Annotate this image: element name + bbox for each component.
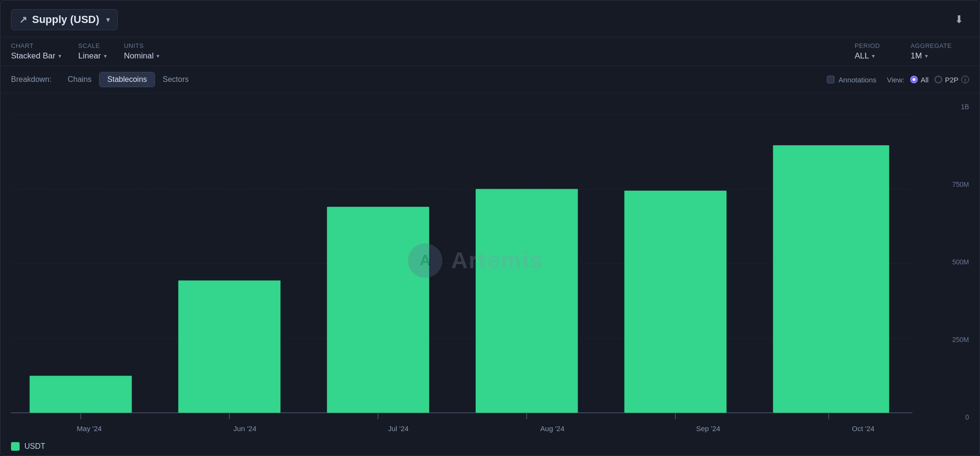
breakdown-label: Breakdown: — [11, 75, 52, 84]
x-label-oct: Oct '24 — [852, 424, 874, 433]
view-p2p-group: P2P i — [935, 76, 969, 84]
y-label-750m: 750M — [952, 181, 969, 188]
scale-control: SCALE Linear ▾ — [78, 42, 107, 61]
breakdown-row: Breakdown: Chains Stablecoins Sectors An… — [0, 66, 980, 93]
annotations-checkbox[interactable] — [827, 76, 835, 83]
units-value: Nominal — [124, 51, 154, 61]
view-p2p-radio[interactable] — [935, 76, 942, 83]
chart-title: Supply (USD) — [32, 13, 100, 26]
p2p-info-icon[interactable]: i — [961, 76, 969, 83]
chart-svg-wrapper: A Artemis — [11, 98, 940, 422]
download-button[interactable]: ⬇ — [952, 11, 966, 29]
aggregate-label: AGGREGATE — [911, 42, 952, 49]
legend-row: USDT — [0, 435, 980, 456]
x-label-aug: Aug '24 — [540, 424, 564, 433]
breakdown-sectors-button[interactable]: Sectors — [155, 72, 196, 87]
controls-row: CHART Stacked Bar ▾ SCALE Linear ▾ UNITS… — [0, 37, 980, 66]
scale-chevron-icon: ▾ — [104, 53, 107, 59]
bar-jul — [327, 207, 429, 413]
view-area: View: All P2P i — [887, 76, 969, 84]
x-axis: May '24 Jun '24 Jul '24 Aug '24 Sep '24 … — [11, 422, 940, 435]
aggregate-value: 1M — [911, 51, 922, 61]
chart-control: CHART Stacked Bar ▾ — [11, 42, 61, 61]
chart-value: Stacked Bar — [11, 51, 56, 61]
aggregate-select[interactable]: 1M ▾ — [911, 51, 928, 61]
x-label-may: May '24 — [77, 424, 102, 433]
view-all-group: All — [910, 76, 929, 84]
bar-oct — [773, 145, 889, 413]
chart-select[interactable]: Stacked Bar ▾ — [11, 51, 61, 61]
y-label-1b: 1B — [961, 103, 969, 111]
chart-chevron-icon: ▾ — [58, 53, 61, 59]
aggregate-control: AGGREGATE 1M ▾ — [911, 42, 952, 61]
bar-may — [30, 376, 132, 413]
breakdown-right: Annotations View: All P2P i — [827, 76, 969, 84]
chart-main: A Artemis May '24 Jun '24 Jul '24 Aug '2… — [11, 98, 940, 435]
bar-jun — [178, 280, 281, 412]
legend-color-dot — [11, 442, 20, 451]
title-chevron-icon: ▾ — [106, 16, 110, 23]
breakdown-stablecoins-button[interactable]: Stablecoins — [99, 72, 155, 87]
view-all-radio[interactable] — [910, 76, 918, 83]
x-label-jul: Jul '24 — [388, 424, 409, 433]
view-all-label: All — [921, 76, 929, 84]
legend-label: USDT — [24, 442, 45, 451]
period-label: PERIOD — [855, 42, 880, 49]
units-chevron-icon: ▾ — [156, 53, 159, 59]
download-icon: ⬇ — [955, 13, 963, 25]
bar-aug — [476, 189, 578, 413]
x-label-sep: Sep '24 — [696, 424, 720, 433]
view-label: View: — [887, 76, 904, 84]
chart-line-icon: ↗ — [19, 14, 27, 25]
y-label-250m: 250M — [952, 336, 969, 343]
y-label-0: 0 — [965, 413, 969, 421]
units-label: UNITS — [124, 42, 159, 49]
annotations-label: Annotations — [838, 76, 876, 84]
chart-label: CHART — [11, 42, 61, 49]
period-value: ALL — [855, 51, 869, 61]
y-axis: 1B 750M 500M 250M 0 — [940, 98, 969, 435]
units-control: UNITS Nominal ▾ — [124, 42, 159, 61]
controls-right: PERIOD ALL ▾ AGGREGATE 1M ▾ — [855, 42, 969, 61]
scale-select[interactable]: Linear ▾ — [78, 51, 107, 61]
header-row: ↗ Supply (USD) ▾ ⬇ — [0, 0, 980, 37]
bar-sep — [624, 191, 727, 413]
period-control: PERIOD ALL ▾ — [855, 42, 880, 61]
period-chevron-icon: ▾ — [872, 53, 875, 59]
aggregate-chevron-icon: ▾ — [925, 53, 928, 59]
scale-label: SCALE — [78, 42, 107, 49]
title-button[interactable]: ↗ Supply (USD) ▾ — [11, 9, 118, 30]
y-label-500m: 500M — [952, 258, 969, 266]
breakdown-chains-button[interactable]: Chains — [60, 72, 100, 87]
main-container: ↗ Supply (USD) ▾ ⬇ CHART Stacked Bar ▾ S… — [0, 0, 980, 456]
units-select[interactable]: Nominal ▾ — [124, 51, 159, 61]
period-select[interactable]: ALL ▾ — [855, 51, 875, 61]
x-label-jun: Jun '24 — [234, 424, 256, 433]
annotations-area: Annotations — [827, 76, 876, 84]
view-p2p-label: P2P — [945, 76, 958, 84]
chart-container: A Artemis May '24 Jun '24 Jul '24 Aug '2… — [0, 93, 980, 435]
scale-value: Linear — [78, 51, 101, 61]
chart-svg — [11, 98, 940, 422]
